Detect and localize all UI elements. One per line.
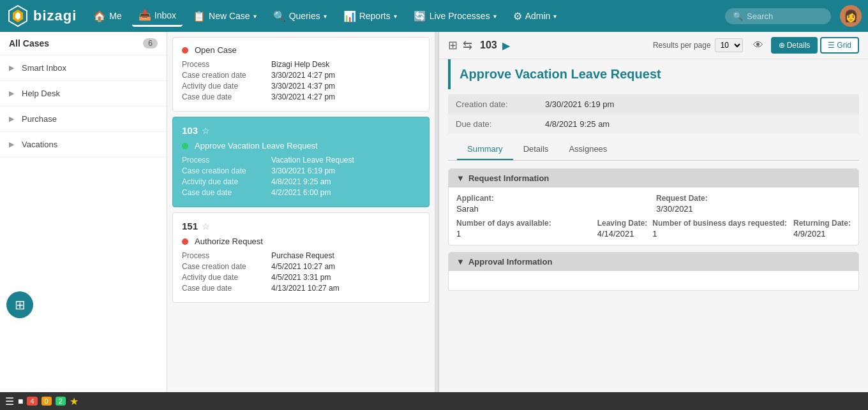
logo-icon (6, 4, 29, 27)
logo[interactable]: bizagi (6, 4, 77, 27)
new-case-icon: 📋 (193, 10, 206, 22)
request-info-section: ▼ Request Information Applicant: Sarah R… (448, 168, 859, 245)
approval-info-section: ▼ Approval Information (448, 252, 859, 291)
star-icon: ★ (70, 395, 79, 407)
avatar[interactable]: 👩 (840, 5, 862, 27)
tab-summary[interactable]: Summary (457, 139, 513, 160)
admin-icon: ⚙ (513, 10, 522, 22)
sidebar-action-button[interactable]: ⊞ (6, 291, 33, 318)
case-field-row: Case due date 3/30/2021 4:27 pm (182, 92, 420, 101)
queries-icon: 🔍 (273, 10, 286, 22)
search-box[interactable]: 🔍 (725, 8, 831, 24)
applicant-label: Applicant: (456, 194, 651, 203)
detail-hierarchy-icon[interactable]: ⊞ (448, 38, 458, 52)
view-buttons: ⊕ Details ☰ Grid (771, 37, 859, 54)
detail-share-icon[interactable]: ⇆ (463, 38, 472, 52)
case-field-row: Process Bizagi Help Desk (182, 60, 420, 69)
sidebar-caret-smart-inbox: ▶ (9, 64, 14, 72)
results-per-page-select[interactable]: 10 25 50 (715, 38, 743, 52)
days-available-value: 1 (456, 229, 592, 238)
tab-assignees-label: Assignees (569, 144, 607, 154)
nav-admin[interactable]: ⚙ Admin ▾ (507, 6, 564, 26)
due-date-value: 4/8/2021 9:25 am (537, 114, 859, 134)
info-row-due: Due date: 4/8/2021 9:25 am (448, 114, 859, 134)
detail-info-table: Creation date: 3/30/2021 6:19 pm Due dat… (448, 94, 859, 134)
sidebar-all-cases-label: All Cases (9, 38, 49, 48)
status-dot-red (182, 238, 188, 245)
case-103-star[interactable]: ☆ (202, 126, 210, 136)
detail-case-number: 103 (480, 40, 497, 51)
admin-caret: ▾ (553, 13, 557, 20)
tab-details[interactable]: Details (513, 139, 559, 160)
nav-me-label: Me (109, 11, 121, 21)
status-bar: ☰ ■ 4 0 2 ★ (0, 392, 868, 410)
sidebar-item-vacations[interactable]: ▶ Vacations (0, 132, 167, 157)
new-case-caret: ▾ (253, 13, 257, 20)
request-date-label: Request Date: (656, 194, 851, 203)
approval-info-title: Approval Information (468, 257, 552, 267)
case-card-open[interactable]: Open Case Process Bizagi Help Desk Case … (172, 37, 430, 112)
days-available-label: Number of days available: (456, 219, 592, 228)
nav-queries-label: Queries (289, 11, 320, 21)
request-date-field: Request Date: 3/30/2021 (656, 194, 851, 214)
nav-queries[interactable]: 🔍 Queries ▾ (267, 6, 333, 26)
sidebar-item-help-desk[interactable]: ▶ Help Desk (0, 81, 167, 106)
top-nav: bizagi 🏠 Me 📥 Inbox 📋 New Case ▾ 🔍 Queri… (0, 0, 868, 32)
returning-date-label: Returning Date: (793, 219, 851, 228)
reports-caret: ▾ (394, 13, 397, 20)
details-view-button[interactable]: ⊕ Details (771, 37, 818, 54)
collapse-icon-approval[interactable]: ▼ (456, 257, 465, 267)
returning-date-field: Returning Date: 4/9/2021 (793, 219, 851, 238)
detail-content: Approve Vacation Leave Request Creation … (439, 59, 868, 306)
sidebar-item-purchase[interactable]: ▶ Purchase (0, 106, 167, 132)
inbox-icon: 📥 (138, 9, 151, 21)
request-date-value: 3/30/2021 (656, 204, 851, 214)
search-input[interactable] (747, 11, 823, 21)
leaving-date-label: Leaving Date: (597, 219, 648, 228)
request-info-row-1: Applicant: Sarah Request Date: 3/30/2021 (456, 194, 851, 214)
business-days-label: Number of business days requested: (652, 219, 788, 228)
sidebar-caret-vacations: ▶ (9, 140, 14, 149)
case-open-status: Open Case (195, 45, 237, 55)
case-151-fields: Process Purchase Request Case creation d… (182, 251, 420, 293)
grid-view-button[interactable]: ☰ Grid (820, 37, 859, 54)
case-103-status-row: Approve Vacation Leave Request (182, 141, 420, 150)
tab-assignees[interactable]: Assignees (558, 139, 617, 160)
nav-new-case[interactable]: 📋 New Case ▾ (186, 6, 263, 26)
status-dot-red (182, 47, 188, 54)
nav-live-processes[interactable]: 🔄 Live Processes ▾ (407, 6, 503, 26)
tab-details-label: Details (523, 144, 549, 154)
play-button[interactable]: ▶ (502, 40, 510, 52)
request-info-body: Applicant: Sarah Request Date: 3/30/2021… (449, 187, 858, 245)
sidebar-help-desk-label: Help Desk (22, 89, 158, 98)
business-days-value: 1 (652, 229, 788, 238)
case-card-151[interactable]: 151 ☆ Authorize Request Process Purchase… (172, 212, 430, 303)
settings-icon[interactable]: 👁 (753, 40, 763, 51)
creation-date-label: Creation date: (448, 94, 537, 114)
creation-date-value: 3/30/2021 6:19 pm (537, 94, 859, 114)
nav-me[interactable]: 🏠 Me (87, 6, 128, 26)
reports-icon: 📊 (343, 10, 356, 22)
leaving-date-field: Leaving Date: 4/14/2021 (597, 219, 648, 238)
case-field-row: Activity due date 4/5/2021 3:31 pm (182, 273, 420, 282)
nav-inbox[interactable]: 📥 Inbox (132, 5, 183, 27)
case-151-header: 151 ☆ (182, 221, 420, 231)
search-icon: 🔍 (733, 11, 743, 21)
case-151-status-row: Authorize Request (182, 237, 420, 246)
green-badge-item: 2 (56, 397, 66, 406)
square-icon: ■ (18, 396, 23, 406)
collapse-icon[interactable]: ▼ (456, 173, 465, 183)
detail-title-area: Approve Vacation Leave Request (448, 59, 859, 89)
sidebar-all-cases[interactable]: All Cases 6 (0, 32, 167, 55)
nav-live-processes-label: Live Processes (430, 11, 490, 21)
case-151-star[interactable]: ☆ (202, 221, 210, 231)
live-processes-caret: ▾ (493, 13, 497, 20)
sidebar-smart-inbox-label: Smart Inbox (22, 63, 158, 73)
case-card-103[interactable]: 103 ☆ Approve Vacation Leave Request Pro… (172, 117, 430, 207)
red-badge-item: 4 (27, 397, 37, 406)
queries-caret: ▾ (324, 13, 327, 20)
sidebar-item-smart-inbox[interactable]: ▶ Smart Inbox (0, 55, 167, 81)
nav-reports[interactable]: 📊 Reports ▾ (337, 6, 403, 26)
red-badge: 4 (27, 397, 37, 406)
case-field-row: Process Vacation Leave Request (182, 156, 420, 165)
